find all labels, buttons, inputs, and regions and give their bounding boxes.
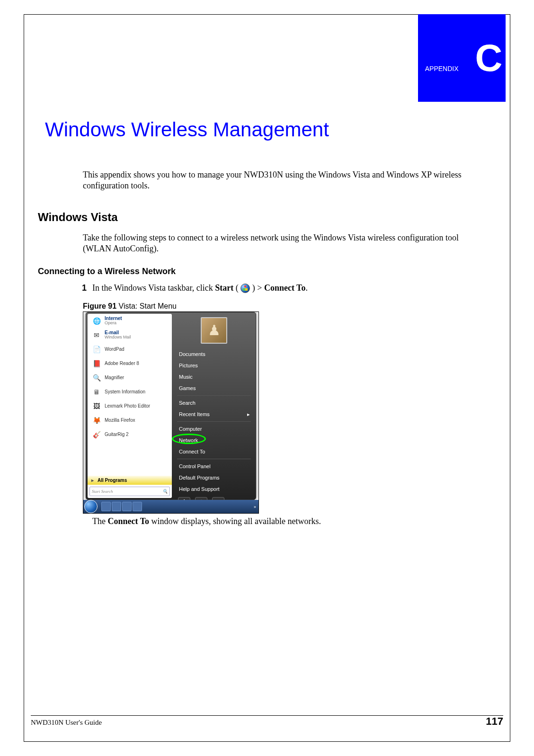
computer-icon: 🖥: [91, 387, 102, 397]
step-1-paren-open: (: [233, 283, 240, 293]
footer-doc-title: NWD310N User's Guide: [31, 719, 102, 727]
magnifier-icon: 🔍: [91, 373, 102, 383]
chapter-title: Windows Wireless Management: [45, 118, 503, 141]
menu-item-magnifier[interactable]: 🔍 Magnifier: [88, 371, 172, 385]
right-item-help[interactable]: Help and Support: [173, 483, 255, 495]
taskbar-item[interactable]: [133, 502, 142, 511]
document-icon: 📄: [91, 344, 102, 355]
right-item-pictures[interactable]: Pictures: [173, 360, 255, 371]
photo-icon: 🖼: [91, 401, 102, 411]
menu-item-adobe[interactable]: 📕 Adobe Reader 8: [88, 356, 172, 371]
menu-item-lexmark[interactable]: 🖼 Lexmark Photo Editor: [88, 399, 172, 413]
all-programs-button[interactable]: All Programs: [88, 476, 172, 485]
right-item-connect-to[interactable]: Connect To: [173, 446, 255, 457]
menu-item-wordpad[interactable]: 📄 WordPad: [88, 342, 172, 356]
section-vista-text: Take the following steps to connect to a…: [83, 232, 475, 255]
appendix-word: APPENDIX: [425, 65, 459, 72]
taskbar-item[interactable]: [112, 502, 121, 511]
right-item-network[interactable]: Network: [173, 435, 255, 446]
tray-expand-icon[interactable]: »: [254, 504, 256, 509]
menu-item-email[interactable]: ✉ E-mailWindows Mail: [88, 328, 172, 342]
step-1-prefix: In the Windows Vista taskbar, click: [92, 283, 215, 293]
right-item-computer[interactable]: Computer: [173, 423, 255, 435]
step-1-paren-close: ) >: [250, 283, 264, 293]
vista-taskbar: »: [83, 500, 258, 513]
vista-left-panel: 🌐 InternetOpera ✉ E-mailWindows Mail 📄 W…: [88, 314, 172, 498]
step-1-start-bold: Start: [215, 283, 233, 293]
vista-start-menu: 🌐 InternetOpera ✉ E-mailWindows Mail 📄 W…: [86, 312, 256, 500]
start-orb-icon[interactable]: [84, 500, 98, 513]
vista-right-panel: Documents Pictures Music Games Search Re…: [173, 312, 255, 499]
menu-item-sysinfo[interactable]: 🖥 System Information: [88, 385, 172, 399]
mail-icon: ✉: [91, 330, 102, 340]
globe-icon: 🌐: [91, 316, 102, 326]
appendix-label-box: APPENDIX C: [418, 14, 506, 102]
taskbar-item[interactable]: [122, 502, 132, 511]
user-avatar-icon[interactable]: [201, 317, 227, 344]
right-item-music[interactable]: Music: [173, 371, 255, 382]
menu-item-internet[interactable]: 🌐 InternetOpera: [88, 314, 172, 328]
subsection-heading-connect: Connecting to a Wireless Network: [38, 267, 503, 276]
menu-item-guitarrig[interactable]: 🎸 GuitarRig 2: [88, 427, 172, 442]
right-item-search[interactable]: Search: [173, 397, 255, 409]
right-item-recent[interactable]: Recent Items: [173, 409, 255, 420]
taskbar-item[interactable]: [101, 502, 111, 511]
step-1: 1 In the Windows Vista taskbar, click St…: [92, 282, 475, 294]
right-item-control-panel[interactable]: Control Panel: [173, 461, 255, 472]
connect-to-bold: Connect To: [107, 516, 149, 526]
firefox-icon: 🦊: [91, 415, 102, 426]
windows-orb-icon: [240, 284, 250, 293]
start-search-input[interactable]: Start Search 🔍: [89, 487, 170, 496]
step-1-number: 1: [82, 282, 87, 294]
appendix-letter: C: [475, 36, 499, 80]
search-icon: 🔍: [162, 489, 168, 494]
figure-91-title: Vista: Start Menu: [116, 302, 177, 310]
figure-91-caption: Figure 91 Vista: Start Menu: [83, 302, 503, 311]
step-1-connect-to-bold: Connect To: [264, 283, 306, 293]
figure-91-label: Figure 91: [83, 302, 116, 310]
guitar-icon: 🎸: [91, 429, 102, 440]
after-figure-text: The Connect To window displays, showing …: [92, 516, 475, 526]
step-1-period: .: [305, 283, 308, 293]
figure-91-image: 🌐 InternetOpera ✉ E-mailWindows Mail 📄 W…: [83, 311, 259, 514]
page-footer: NWD310N User's Guide 117: [31, 715, 503, 728]
page-number: 117: [486, 715, 503, 728]
section-heading-vista: Windows Vista: [38, 211, 503, 224]
intro-paragraph: This appendix shows you how to manage yo…: [83, 169, 475, 192]
pdf-icon: 📕: [91, 358, 102, 369]
menu-item-firefox[interactable]: 🦊 Mozilla Firefox: [88, 413, 172, 427]
right-item-documents[interactable]: Documents: [173, 348, 255, 360]
right-item-games[interactable]: Games: [173, 382, 255, 394]
right-item-default-programs[interactable]: Default Programs: [173, 472, 255, 483]
